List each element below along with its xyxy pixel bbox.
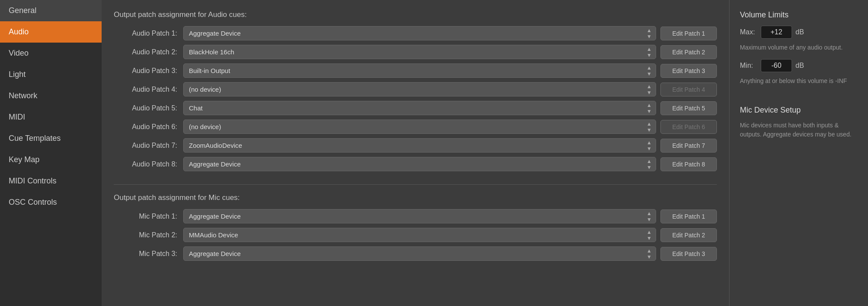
patch-select-6[interactable]: (no device) — [183, 120, 656, 134]
sidebar-item-midi-controls[interactable]: MIDI Controls — [0, 170, 102, 192]
volume-max-unit: dB — [795, 28, 804, 36]
patch-select-3[interactable]: Built-in Output — [183, 63, 656, 78]
patch-select-2[interactable]: MMAudio Device — [183, 228, 656, 242]
patch-select-wrap-1: Aggregate Device▲▼ — [183, 26, 656, 40]
mic-section: Output patch assignment for Mic cues: Mi… — [114, 193, 717, 265]
patch-select-wrap-4: (no device)▲▼ — [183, 82, 656, 96]
patch-label-5: Audio Patch 5: — [114, 104, 183, 112]
right-panel: Volume Limits Max: +12 dB Maximum volume… — [729, 0, 868, 306]
patch-select-wrap-7: ZoomAudioDevice▲▼ — [183, 138, 656, 153]
patch-label-8: Audio Patch 8: — [114, 160, 183, 168]
patch-row-3: Audio Patch 3:Built-in Output▲▼Edit Patc… — [114, 63, 717, 78]
mic-device-section: Mic Device Setup Mic devices must have b… — [740, 106, 858, 139]
patch-row-3: Mic Patch 3:Aggregate Device▲▼Edit Patch… — [114, 246, 717, 261]
patch-select-3[interactable]: Aggregate Device — [183, 246, 656, 261]
edit-patch-btn-2[interactable]: Edit Patch 2 — [660, 228, 717, 242]
patch-row-8: Audio Patch 8:Aggregate Device▲▼Edit Pat… — [114, 157, 717, 171]
patch-label-6: Audio Patch 6: — [114, 123, 183, 131]
patch-select-wrap-1: Aggregate Device▲▼ — [183, 209, 656, 223]
audio-patches-container: Audio Patch 1:Aggregate Device▲▼Edit Pat… — [114, 26, 717, 171]
edit-patch-btn-5[interactable]: Edit Patch 5 — [660, 101, 717, 115]
patch-select-wrap-2: BlackHole 16ch▲▼ — [183, 45, 656, 59]
patch-select-1[interactable]: Aggregate Device — [183, 26, 656, 40]
edit-patch-btn-3[interactable]: Edit Patch 3 — [660, 247, 717, 261]
mic-section-title: Output patch assignment for Mic cues: — [114, 193, 717, 202]
sidebar-item-video[interactable]: Video — [0, 43, 102, 64]
mic-device-desc: Mic devices must have both inputs & outp… — [740, 121, 858, 139]
patch-row-4: Audio Patch 4:(no device)▲▼Edit Patch 4 — [114, 82, 717, 96]
audio-section: Output patch assignment for Audio cues: … — [114, 10, 717, 176]
patch-select-wrap-6: (no device)▲▼ — [183, 120, 656, 134]
volume-min-row: Min: -60 dB — [740, 59, 858, 72]
sidebar-item-network[interactable]: Network — [0, 85, 102, 106]
patch-select-2[interactable]: BlackHole 16ch — [183, 45, 656, 59]
sidebar-item-osc-controls[interactable]: OSC Controls — [0, 192, 102, 213]
sidebar-item-cue-templates[interactable]: Cue Templates — [0, 128, 102, 149]
mic-device-title: Mic Device Setup — [740, 106, 858, 115]
patch-label-2: Audio Patch 2: — [114, 48, 183, 56]
patch-select-wrap-2: MMAudio Device▲▼ — [183, 228, 656, 242]
patch-row-6: Audio Patch 6:(no device)▲▼Edit Patch 6 — [114, 120, 717, 134]
volume-min-value: -60 — [761, 59, 792, 72]
volume-max-value: +12 — [761, 26, 792, 39]
patch-row-2: Audio Patch 2:BlackHole 16ch▲▼Edit Patch… — [114, 45, 717, 59]
patch-row-7: Audio Patch 7:ZoomAudioDevice▲▼Edit Patc… — [114, 138, 717, 153]
patch-select-4[interactable]: (no device) — [183, 82, 656, 96]
volume-min-label: Min: — [740, 62, 761, 70]
patch-label-2: Mic Patch 2: — [114, 231, 183, 239]
volume-max-label: Max: — [740, 28, 761, 36]
patch-select-1[interactable]: Aggregate Device — [183, 209, 656, 223]
edit-patch-btn-1[interactable]: Edit Patch 1 — [660, 210, 717, 223]
edit-patch-btn-7[interactable]: Edit Patch 7 — [660, 139, 717, 153]
edit-patch-btn-4: Edit Patch 4 — [660, 83, 717, 96]
section-divider — [114, 184, 717, 185]
sidebar-item-general[interactable]: General — [0, 0, 102, 21]
volume-limits-title: Volume Limits — [740, 10, 858, 20]
sidebar-item-midi[interactable]: MIDI — [0, 106, 102, 128]
audio-section-title: Output patch assignment for Audio cues: — [114, 10, 717, 19]
edit-patch-btn-6: Edit Patch 6 — [660, 120, 717, 134]
edit-patch-btn-1[interactable]: Edit Patch 1 — [660, 27, 717, 40]
mic-patches-container: Mic Patch 1:Aggregate Device▲▼Edit Patch… — [114, 209, 717, 261]
volume-max-desc: Maximum volume of any audio output. — [740, 43, 858, 52]
edit-patch-btn-3[interactable]: Edit Patch 3 — [660, 64, 717, 78]
patch-select-wrap-8: Aggregate Device▲▼ — [183, 157, 656, 171]
sidebar-item-audio[interactable]: Audio — [0, 21, 102, 43]
sidebar: GeneralAudioVideoLightNetworkMIDICue Tem… — [0, 0, 102, 306]
patch-row-5: Audio Patch 5:Chat▲▼Edit Patch 5 — [114, 101, 717, 115]
main-content: Output patch assignment for Audio cues: … — [102, 0, 729, 306]
volume-max-row: Max: +12 dB — [740, 26, 858, 39]
volume-min-unit: dB — [795, 62, 804, 70]
patch-label-1: Audio Patch 1: — [114, 30, 183, 37]
patch-row-1: Mic Patch 1:Aggregate Device▲▼Edit Patch… — [114, 209, 717, 223]
volume-limits-section: Volume Limits Max: +12 dB Maximum volume… — [740, 10, 858, 93]
sidebar-item-key-map[interactable]: Key Map — [0, 149, 102, 170]
patch-select-wrap-3: Built-in Output▲▼ — [183, 63, 656, 78]
patch-row-2: Mic Patch 2:MMAudio Device▲▼Edit Patch 2 — [114, 228, 717, 242]
sidebar-item-light[interactable]: Light — [0, 64, 102, 85]
patch-label-3: Mic Patch 3: — [114, 250, 183, 258]
patch-select-wrap-3: Aggregate Device▲▼ — [183, 246, 656, 261]
edit-patch-btn-8[interactable]: Edit Patch 8 — [660, 157, 717, 171]
patch-select-8[interactable]: Aggregate Device — [183, 157, 656, 171]
patch-row-1: Audio Patch 1:Aggregate Device▲▼Edit Pat… — [114, 26, 717, 40]
patch-select-wrap-5: Chat▲▼ — [183, 101, 656, 115]
patch-select-7[interactable]: ZoomAudioDevice — [183, 138, 656, 153]
edit-patch-btn-2[interactable]: Edit Patch 2 — [660, 45, 717, 59]
patch-label-4: Audio Patch 4: — [114, 86, 183, 93]
patch-select-5[interactable]: Chat — [183, 101, 656, 115]
patch-label-7: Audio Patch 7: — [114, 142, 183, 150]
patch-label-1: Mic Patch 1: — [114, 213, 183, 220]
volume-min-desc: Anything at or below this volume is -INF — [740, 76, 858, 86]
patch-label-3: Audio Patch 3: — [114, 67, 183, 75]
